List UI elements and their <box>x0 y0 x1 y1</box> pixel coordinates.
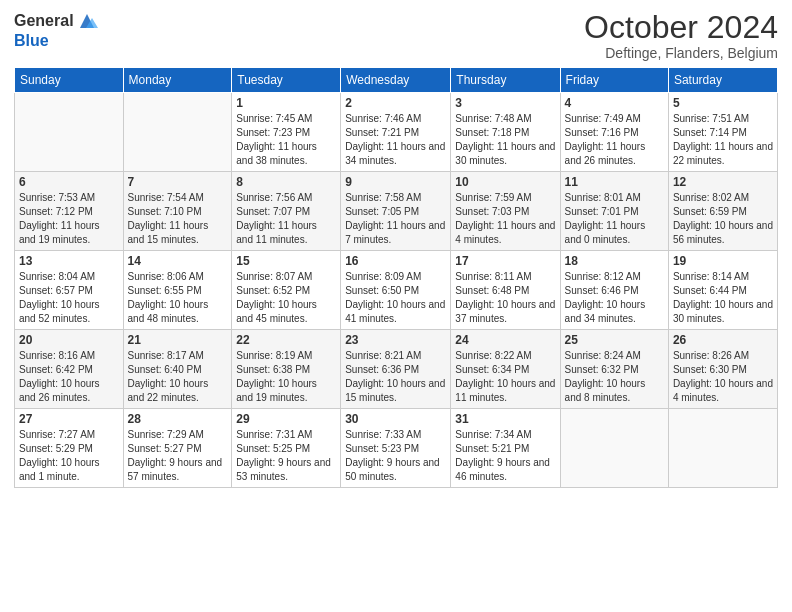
calendar-day-cell: 9Sunrise: 7:58 AMSunset: 7:05 PMDaylight… <box>341 172 451 251</box>
calendar-day-cell: 29Sunrise: 7:31 AMSunset: 5:25 PMDayligh… <box>232 409 341 488</box>
day-number: 4 <box>565 96 664 110</box>
day-info: Sunrise: 7:56 AMSunset: 7:07 PMDaylight:… <box>236 191 336 247</box>
logo: General Blue <box>14 10 98 50</box>
sunrise-text: Sunrise: 8:02 AM <box>673 192 749 203</box>
daylight-text: Daylight: 10 hours and 11 minutes. <box>455 378 555 403</box>
daylight-text: Daylight: 10 hours and 8 minutes. <box>565 378 646 403</box>
calendar-day-cell: 20Sunrise: 8:16 AMSunset: 6:42 PMDayligh… <box>15 330 124 409</box>
sunrise-text: Sunrise: 7:54 AM <box>128 192 204 203</box>
sunrise-text: Sunrise: 8:17 AM <box>128 350 204 361</box>
day-info: Sunrise: 8:24 AMSunset: 6:32 PMDaylight:… <box>565 349 664 405</box>
sunset-text: Sunset: 6:55 PM <box>128 285 202 296</box>
sunset-text: Sunset: 7:07 PM <box>236 206 310 217</box>
daylight-text: Daylight: 10 hours and 34 minutes. <box>565 299 646 324</box>
calendar-day-cell: 14Sunrise: 8:06 AMSunset: 6:55 PMDayligh… <box>123 251 232 330</box>
daylight-text: Daylight: 10 hours and 45 minutes. <box>236 299 317 324</box>
day-info: Sunrise: 8:06 AMSunset: 6:55 PMDaylight:… <box>128 270 228 326</box>
sunset-text: Sunset: 7:16 PM <box>565 127 639 138</box>
sunrise-text: Sunrise: 7:59 AM <box>455 192 531 203</box>
day-number: 3 <box>455 96 555 110</box>
day-number: 22 <box>236 333 336 347</box>
calendar-day-cell: 31Sunrise: 7:34 AMSunset: 5:21 PMDayligh… <box>451 409 560 488</box>
day-info: Sunrise: 7:49 AMSunset: 7:16 PMDaylight:… <box>565 112 664 168</box>
day-info: Sunrise: 7:33 AMSunset: 5:23 PMDaylight:… <box>345 428 446 484</box>
sunset-text: Sunset: 6:48 PM <box>455 285 529 296</box>
title-location: Deftinge, Flanders, Belgium <box>584 45 778 61</box>
daylight-text: Daylight: 10 hours and 26 minutes. <box>19 378 100 403</box>
daylight-text: Daylight: 10 hours and 19 minutes. <box>236 378 317 403</box>
col-sunday: Sunday <box>15 68 124 93</box>
day-number: 7 <box>128 175 228 189</box>
sunset-text: Sunset: 7:03 PM <box>455 206 529 217</box>
sunset-text: Sunset: 6:46 PM <box>565 285 639 296</box>
sunrise-text: Sunrise: 8:04 AM <box>19 271 95 282</box>
day-number: 14 <box>128 254 228 268</box>
calendar-day-cell: 4Sunrise: 7:49 AMSunset: 7:16 PMDaylight… <box>560 93 668 172</box>
sunrise-text: Sunrise: 7:45 AM <box>236 113 312 124</box>
sunset-text: Sunset: 7:01 PM <box>565 206 639 217</box>
daylight-text: Daylight: 11 hours and 11 minutes. <box>236 220 317 245</box>
day-info: Sunrise: 8:21 AMSunset: 6:36 PMDaylight:… <box>345 349 446 405</box>
col-monday: Monday <box>123 68 232 93</box>
calendar-day-cell: 2Sunrise: 7:46 AMSunset: 7:21 PMDaylight… <box>341 93 451 172</box>
day-info: Sunrise: 8:09 AMSunset: 6:50 PMDaylight:… <box>345 270 446 326</box>
day-number: 21 <box>128 333 228 347</box>
daylight-text: Daylight: 10 hours and 37 minutes. <box>455 299 555 324</box>
sunset-text: Sunset: 6:40 PM <box>128 364 202 375</box>
day-info: Sunrise: 8:04 AMSunset: 6:57 PMDaylight:… <box>19 270 119 326</box>
day-number: 20 <box>19 333 119 347</box>
daylight-text: Daylight: 11 hours and 15 minutes. <box>128 220 209 245</box>
sunrise-text: Sunrise: 8:09 AM <box>345 271 421 282</box>
sunset-text: Sunset: 6:52 PM <box>236 285 310 296</box>
calendar-day-cell: 1Sunrise: 7:45 AMSunset: 7:23 PMDaylight… <box>232 93 341 172</box>
page: General Blue October 2024 Deftinge, Flan… <box>0 0 792 612</box>
sunrise-text: Sunrise: 7:56 AM <box>236 192 312 203</box>
day-number: 26 <box>673 333 773 347</box>
daylight-text: Daylight: 11 hours and 22 minutes. <box>673 141 773 166</box>
calendar-day-cell: 25Sunrise: 8:24 AMSunset: 6:32 PMDayligh… <box>560 330 668 409</box>
calendar-day-cell <box>15 93 124 172</box>
calendar-day-cell: 13Sunrise: 8:04 AMSunset: 6:57 PMDayligh… <box>15 251 124 330</box>
calendar-week-row: 1Sunrise: 7:45 AMSunset: 7:23 PMDaylight… <box>15 93 778 172</box>
day-info: Sunrise: 8:16 AMSunset: 6:42 PMDaylight:… <box>19 349 119 405</box>
calendar-header-row: Sunday Monday Tuesday Wednesday Thursday… <box>15 68 778 93</box>
sunset-text: Sunset: 6:44 PM <box>673 285 747 296</box>
daylight-text: Daylight: 9 hours and 46 minutes. <box>455 457 550 482</box>
day-number: 27 <box>19 412 119 426</box>
day-number: 17 <box>455 254 555 268</box>
daylight-text: Daylight: 11 hours and 19 minutes. <box>19 220 100 245</box>
day-number: 5 <box>673 96 773 110</box>
sunrise-text: Sunrise: 7:51 AM <box>673 113 749 124</box>
sunrise-text: Sunrise: 7:48 AM <box>455 113 531 124</box>
sunrise-text: Sunrise: 7:53 AM <box>19 192 95 203</box>
sunset-text: Sunset: 5:25 PM <box>236 443 310 454</box>
daylight-text: Daylight: 10 hours and 41 minutes. <box>345 299 445 324</box>
calendar-week-row: 20Sunrise: 8:16 AMSunset: 6:42 PMDayligh… <box>15 330 778 409</box>
day-info: Sunrise: 7:45 AMSunset: 7:23 PMDaylight:… <box>236 112 336 168</box>
daylight-text: Daylight: 9 hours and 53 minutes. <box>236 457 331 482</box>
sunrise-text: Sunrise: 8:14 AM <box>673 271 749 282</box>
calendar-week-row: 13Sunrise: 8:04 AMSunset: 6:57 PMDayligh… <box>15 251 778 330</box>
daylight-text: Daylight: 10 hours and 15 minutes. <box>345 378 445 403</box>
calendar-day-cell: 26Sunrise: 8:26 AMSunset: 6:30 PMDayligh… <box>668 330 777 409</box>
col-thursday: Thursday <box>451 68 560 93</box>
day-number: 13 <box>19 254 119 268</box>
sunset-text: Sunset: 6:59 PM <box>673 206 747 217</box>
day-info: Sunrise: 7:58 AMSunset: 7:05 PMDaylight:… <box>345 191 446 247</box>
calendar-day-cell: 22Sunrise: 8:19 AMSunset: 6:38 PMDayligh… <box>232 330 341 409</box>
sunrise-text: Sunrise: 8:12 AM <box>565 271 641 282</box>
sunset-text: Sunset: 5:27 PM <box>128 443 202 454</box>
day-number: 11 <box>565 175 664 189</box>
col-friday: Friday <box>560 68 668 93</box>
col-saturday: Saturday <box>668 68 777 93</box>
day-info: Sunrise: 8:07 AMSunset: 6:52 PMDaylight:… <box>236 270 336 326</box>
sunset-text: Sunset: 6:50 PM <box>345 285 419 296</box>
calendar-week-row: 6Sunrise: 7:53 AMSunset: 7:12 PMDaylight… <box>15 172 778 251</box>
daylight-text: Daylight: 11 hours and 4 minutes. <box>455 220 555 245</box>
day-number: 9 <box>345 175 446 189</box>
daylight-text: Daylight: 11 hours and 0 minutes. <box>565 220 646 245</box>
calendar-day-cell: 15Sunrise: 8:07 AMSunset: 6:52 PMDayligh… <box>232 251 341 330</box>
sunset-text: Sunset: 7:10 PM <box>128 206 202 217</box>
day-number: 18 <box>565 254 664 268</box>
sunset-text: Sunset: 5:21 PM <box>455 443 529 454</box>
